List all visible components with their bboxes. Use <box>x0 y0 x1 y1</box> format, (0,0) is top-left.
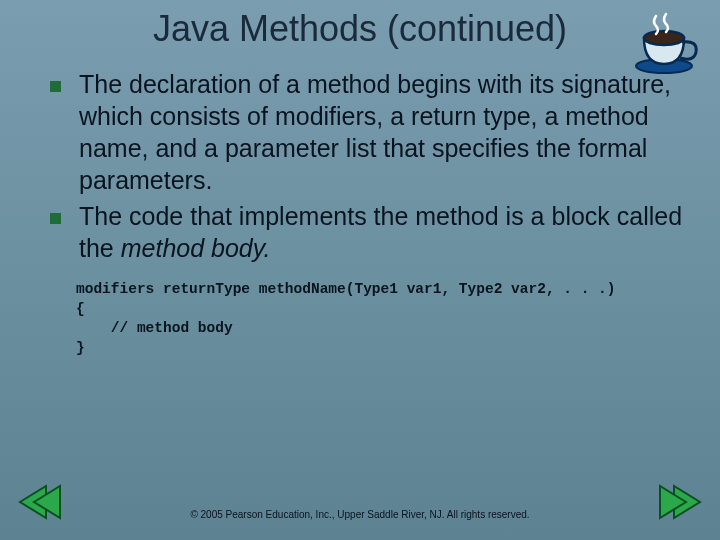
bullet-text: The declaration of a method begins with … <box>79 68 690 196</box>
code-block: modifiers returnType methodName(Type1 va… <box>50 268 690 358</box>
prev-button[interactable] <box>18 482 62 526</box>
bullet-text: The code that implements the method is a… <box>79 200 690 264</box>
svg-point-1 <box>644 31 684 45</box>
bullet-item: The code that implements the method is a… <box>50 200 690 264</box>
page-title: Java Methods (continued) <box>0 0 720 50</box>
bullet-item: The declaration of a method begins with … <box>50 68 690 196</box>
next-button[interactable] <box>658 482 702 526</box>
bullet-icon <box>50 213 61 224</box>
content-area: The declaration of a method begins with … <box>0 50 720 358</box>
bullet-icon <box>50 81 61 92</box>
copyright-footer: © 2005 Pearson Education, Inc., Upper Sa… <box>0 509 720 520</box>
coffee-cup-icon <box>630 10 702 82</box>
